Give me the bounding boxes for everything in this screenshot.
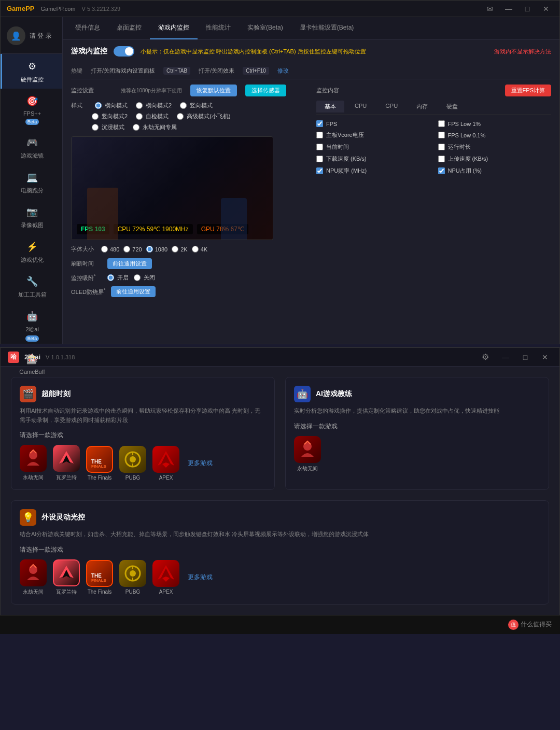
style-self[interactable]: 自检模式 (136, 113, 169, 120)
sidebar-item-optimize[interactable]: ⚡ 游戏优化 (1, 234, 62, 269)
super-moment-select-label: 请选择一款游戏 (20, 431, 266, 440)
watermark-text: 什么值得买 (521, 620, 552, 629)
game-naraka-light[interactable]: 永劫无间 (20, 559, 47, 596)
game-finals-light[interactable]: THEFINALS The Finals (86, 560, 113, 595)
top-tabs: 硬件信息 桌面监控 游戏内监控 性能统计 实验室(Beta) 显卡性能设置(Be… (63, 17, 559, 40)
tab-hardware-info[interactable]: 硬件信息 (67, 17, 108, 39)
sensor-btn[interactable]: 选择传感器 (245, 85, 286, 96)
game-apex-light[interactable]: APEX (152, 560, 179, 595)
check-time[interactable]: 当前时间 (316, 143, 430, 151)
font-480[interactable]: 480 (101, 246, 119, 252)
style-h2[interactable]: 横向模式2 (136, 102, 172, 109)
super-moment-card: 🎬 超能时刻 利用AI技术自动识别并记录游戏中的击杀瞬间，帮助玩家轻松保存和分享… (11, 377, 275, 490)
restore-btn[interactable]: 恢复默认位置 (190, 85, 237, 96)
refresh-row: 刷新时间 前往通用设置 (71, 258, 306, 269)
style-row2: 竖向模式2 自检模式 高级模式(小飞机) (71, 113, 306, 120)
email-icon[interactable]: ✉ (483, 4, 497, 14)
checkbox-grid: FPS FPS Low 1% 主板Vcore电压 FPS Low 0.1% 当前… (316, 120, 551, 175)
reset-fps-btn[interactable]: 重置FPS计算 (505, 85, 551, 96)
watermark-logo: 值 什么值得买 (508, 620, 552, 630)
style-naraka[interactable]: 永劫无间专属 (133, 123, 177, 131)
check-fps-low1[interactable]: FPS Low 1% (438, 120, 552, 127)
fps-icon: 🎯 (25, 94, 39, 108)
sidebar-item-filter[interactable]: 🎮 游戏滤镜 (1, 130, 62, 165)
font-2k[interactable]: 2K (172, 246, 187, 252)
eha-close-icon[interactable]: ✕ (538, 352, 552, 363)
check-npu-freq[interactable]: NPU频率 (MHz) (316, 167, 430, 175)
eha-maximize-icon[interactable]: □ (518, 352, 533, 363)
style-v2[interactable]: 竖向模式2 (92, 113, 128, 120)
style-adv[interactable]: 高级模式(小飞机) (177, 113, 230, 120)
adsorb-off[interactable]: 关闭 (134, 274, 155, 282)
peripheral-light-more[interactable]: 更多游戏 (188, 573, 213, 582)
game-valorant-light[interactable]: 瓦罗兰特 (53, 559, 80, 596)
peripheral-light-header: 💡 外设灵动光控 (20, 509, 540, 526)
peripheral-light-games: 永劫无间 瓦罗兰特 THEFINALS The Finals (20, 559, 540, 596)
no-display-tip[interactable]: 游戏内不显示解决方法 (494, 48, 551, 55)
sidebar-item-tools[interactable]: 🔧 加工工具箱 (1, 269, 62, 304)
game-naraka-1[interactable]: 永劫无间 (20, 445, 47, 481)
valorant-icon-1 (53, 445, 80, 472)
check-fps[interactable]: FPS (316, 120, 430, 127)
close-icon[interactable]: ✕ (539, 4, 553, 14)
content-tab-basic[interactable]: 基本 (316, 101, 344, 113)
pubg-icon-light (119, 560, 146, 587)
content-tab-memory[interactable]: 内存 (408, 101, 436, 113)
monitoring-header: 游戏内监控 小提示：仅在游戏中显示监控 呼出游戏内控制面板 (Ctrl+TAB)… (71, 46, 551, 57)
apex-icon-1 (152, 446, 179, 473)
sidebar-item-benchmark[interactable]: 💻 电脑跑分 (1, 165, 62, 200)
adsorb-on[interactable]: 开启 (107, 274, 129, 282)
content-tab-gpu[interactable]: GPU (377, 101, 406, 113)
settings-tip: 推荐在1080p分辨率下使用 (121, 87, 182, 94)
game-valorant-1[interactable]: 瓦罗兰特 (53, 445, 80, 481)
eha-minimize-icon[interactable]: — (498, 352, 513, 363)
content-tab-disk[interactable]: 硬盘 (438, 101, 466, 113)
hotkey-modify[interactable]: 修改 (277, 67, 289, 75)
check-fps-low01[interactable]: FPS Low 0.1% (438, 131, 552, 139)
check-runtime[interactable]: 运行时长 (438, 143, 552, 151)
login-label[interactable]: 请 登 录 (30, 32, 52, 40)
peripheral-light-title: 外设灵动光控 (41, 513, 85, 522)
game-naraka-coach[interactable]: 永劫无间 (294, 436, 321, 472)
sidebar-label-hardware: 硬件监控 (21, 76, 44, 83)
sidebar-item-2ha[interactable]: 🤖 2哈ai Beta (1, 304, 62, 347)
oled-btn[interactable]: 前往通用设置 (111, 286, 156, 297)
maximize-icon[interactable]: □ (520, 4, 535, 14)
ai-coach-select-label: 请选择一款游戏 (294, 422, 540, 431)
super-moment-more[interactable]: 更多游戏 (188, 459, 213, 468)
font-1080[interactable]: 1080 (146, 246, 167, 252)
watermark-icon: 值 (508, 620, 519, 630)
sidebar-item-record[interactable]: 📷 录像截图 (1, 200, 62, 234)
tab-desktop-monitor[interactable]: 桌面监控 (108, 17, 150, 39)
game-pubg-1[interactable]: PUBG (119, 446, 146, 481)
check-upload[interactable]: 上传速度 (KB/s) (438, 155, 552, 163)
monitoring-toggle[interactable] (114, 46, 134, 57)
tab-perf-stats[interactable]: 性能统计 (198, 17, 239, 39)
tab-lab[interactable]: 实验室(Beta) (239, 17, 291, 39)
settings-icon[interactable]: ⚙ (482, 352, 489, 362)
oled-label: OLED防烧屏* (71, 287, 106, 296)
game-finals-1[interactable]: THEFINALS The Finals (86, 446, 113, 481)
finals-icon-light: THEFINALS (86, 560, 113, 587)
refresh-btn[interactable]: 前往通用设置 (107, 258, 152, 269)
font-720[interactable]: 720 (123, 246, 142, 252)
minimize-icon[interactable]: — (501, 4, 516, 14)
check-vcore[interactable]: 主板Vcore电压 (316, 131, 430, 139)
style-v1[interactable]: 竖向模式 (180, 102, 213, 109)
content-tab-cpu[interactable]: CPU (346, 101, 375, 113)
tab-gpu-settings[interactable]: 显卡性能设置(Beta) (291, 17, 362, 39)
font-4k[interactable]: 4K (192, 246, 207, 252)
check-download[interactable]: 下载速度 (KB/s) (316, 155, 430, 163)
game-apex-1[interactable]: APEX (152, 446, 179, 481)
game-pubg-light[interactable]: PUBG (119, 560, 146, 595)
style-h1[interactable]: 横向模式 (95, 102, 128, 109)
tab-game-monitor[interactable]: 游戏内监控 (150, 17, 198, 39)
sidebar-item-fps[interactable]: 🎯 FPS++ Beta (1, 89, 62, 130)
style-imm[interactable]: 沉浸模式 (92, 123, 124, 131)
open-effect-label: 打开/关闭效果 (199, 67, 234, 75)
style-row3: 沉浸模式 永劫无间专属 (71, 123, 306, 131)
check-npu-usage[interactable]: NPU占用 (%) (438, 167, 552, 175)
font-size-label: 字体大小 (71, 245, 97, 253)
ai-coach-games: 永劫无间 (294, 436, 540, 472)
sidebar-item-hardware[interactable]: ⚙ 硬件监控 (1, 54, 62, 89)
